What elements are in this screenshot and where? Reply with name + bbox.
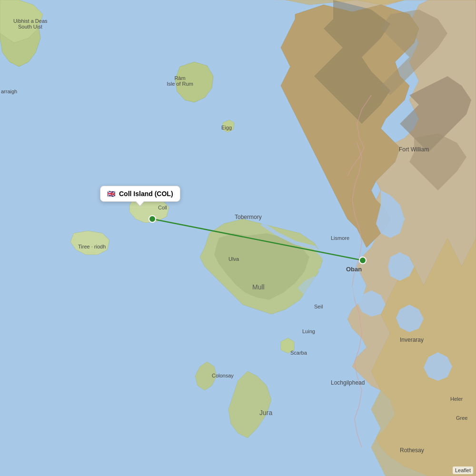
leaflet-attribution[interactable]: Leaflet (453, 466, 473, 474)
svg-text:Colonsay: Colonsay (212, 373, 234, 378)
svg-text:Scarba: Scarba (290, 350, 307, 356)
oban-airport-dot[interactable] (359, 257, 366, 264)
svg-text:Ràm: Ràm (174, 75, 185, 81)
map-svg: Uibhist a Deas South Uist arraigh Ràm Is… (0, 0, 476, 476)
svg-text:Lochgilphead: Lochgilphead (331, 379, 365, 386)
svg-text:Isle of Rum: Isle of Rum (167, 81, 193, 87)
svg-text:Uibhist a Deas: Uibhist a Deas (13, 18, 48, 24)
svg-text:Lismore: Lismore (331, 235, 349, 241)
svg-text:Mull: Mull (252, 283, 265, 291)
svg-text:Coll: Coll (158, 205, 167, 210)
svg-text:Inveraray: Inveraray (400, 337, 424, 343)
svg-text:Eigg: Eigg (221, 125, 232, 130)
svg-text:Rothesay: Rothesay (400, 447, 424, 454)
coll-airport-dot[interactable] (149, 216, 156, 222)
svg-text:arraigh: arraigh (1, 89, 17, 94)
svg-text:Gree: Gree (456, 415, 467, 421)
svg-text:Heler: Heler (450, 396, 463, 402)
svg-text:Tobermory: Tobermory (235, 214, 262, 220)
map-container: Uibhist a Deas South Uist arraigh Ràm Is… (0, 0, 476, 476)
svg-text:Seil: Seil (314, 304, 323, 309)
svg-text:Tiree · riodh: Tiree · riodh (78, 244, 106, 249)
svg-text:Luing: Luing (302, 328, 315, 334)
svg-text:Ulva: Ulva (228, 256, 239, 262)
svg-text:Fort William: Fort William (399, 146, 429, 153)
svg-text:Jura: Jura (259, 409, 272, 416)
svg-text:Oban: Oban (346, 266, 362, 273)
svg-text:South Uist: South Uist (18, 24, 42, 30)
